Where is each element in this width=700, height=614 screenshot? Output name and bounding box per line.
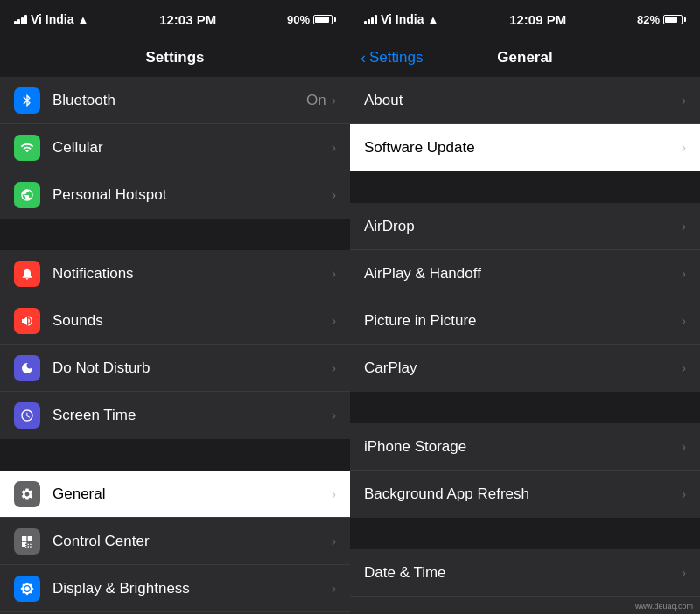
right-battery-icon (663, 15, 686, 24)
iphone-storage-chevron: › (682, 439, 686, 455)
nav-back-button[interactable]: ‹ Settings (360, 49, 423, 67)
group-connectivity: Bluetooth On › Cellular › (0, 77, 350, 219)
right-spacer-2 (350, 392, 700, 423)
general-nav-title: General (497, 49, 552, 66)
dnd-label: Do Not Disturb (52, 359, 332, 377)
group-spacer-1 (0, 219, 350, 250)
right-spacer-3 (350, 518, 700, 549)
left-panel: Vi India ▲ 12:03 PM 90% Settings (0, 0, 350, 614)
left-status-bar: Vi India ▲ 12:03 PM 90% (0, 0, 350, 38)
settings-title-bar: Settings (0, 38, 350, 77)
right-item-bg-refresh[interactable]: Background App Refresh › (350, 471, 700, 518)
right-item-airdrop[interactable]: AirDrop › (350, 203, 700, 250)
bluetooth-chevron: › (332, 93, 336, 108)
display-chevron: › (332, 581, 336, 597)
right-item-carplay[interactable]: CarPlay › (350, 345, 700, 392)
right-battery-area: 82% (637, 13, 686, 26)
right-item-datetime[interactable]: Date & Time › (350, 549, 700, 597)
left-battery-pct: 90% (287, 13, 310, 26)
cellular-chevron: › (332, 140, 336, 156)
left-settings-list: Bluetooth On › Cellular › (0, 77, 350, 614)
notifications-label: Notifications (52, 265, 332, 283)
group-notifications: Notifications › Sounds › Do Not Di (0, 250, 350, 439)
settings-item-screen-time[interactable]: Screen Time › (0, 392, 350, 439)
control-center-chevron: › (332, 534, 336, 549)
sounds-chevron: › (332, 313, 336, 329)
software-update-label: Software Update (364, 139, 682, 157)
right-item-airplay[interactable]: AirPlay & Handoff › (350, 250, 700, 297)
right-status-bar: Vi India ▲ 12:09 PM 82% (350, 0, 700, 38)
right-carrier-signal: Vi India ▲ (364, 12, 438, 26)
control-center-label: Control Center (52, 533, 332, 550)
right-item-pip[interactable]: Picture in Picture › (350, 297, 700, 345)
dnd-chevron: › (332, 360, 336, 376)
about-label: About (364, 92, 682, 109)
cellular-icon (14, 135, 40, 161)
carplay-chevron: › (682, 360, 686, 376)
display-icon (14, 576, 40, 602)
hotspot-chevron: › (332, 187, 336, 203)
bluetooth-label: Bluetooth (52, 92, 306, 109)
airdrop-label: AirDrop (364, 218, 682, 235)
right-wifi-icon: ▲ (428, 13, 439, 26)
left-time: 12:03 PM (159, 12, 216, 27)
pip-chevron: › (682, 313, 686, 329)
settings-item-bluetooth[interactable]: Bluetooth On › (0, 77, 350, 124)
notifications-chevron: › (332, 266, 336, 282)
right-item-iphone-storage[interactable]: iPhone Storage › (350, 423, 700, 471)
right-nav-bar: ‹ Settings General (350, 38, 700, 77)
right-battery-pct: 82% (637, 13, 660, 26)
screen-time-label: Screen Time (52, 407, 332, 424)
right-group-4: Date & Time › Keyboard › (350, 549, 700, 614)
right-item-about[interactable]: About › (350, 77, 700, 124)
bg-refresh-label: Background App Refresh (364, 485, 682, 503)
software-update-chevron: › (682, 140, 686, 156)
settings-item-control-center[interactable]: Control Center › (0, 518, 350, 565)
right-group-2: AirDrop › AirPlay & Handoff › Picture in… (350, 203, 700, 392)
settings-item-general[interactable]: General › (0, 471, 350, 518)
right-item-software-update[interactable]: Software Update › (350, 124, 700, 171)
settings-item-hotspot[interactable]: Personal Hotspot › (0, 171, 350, 219)
screen-time-chevron: › (332, 408, 336, 423)
settings-item-dnd[interactable]: Do Not Disturb › (0, 345, 350, 392)
dnd-icon (14, 355, 40, 381)
wifi-icon: ▲ (78, 13, 89, 26)
signal-icon (14, 14, 27, 24)
bg-refresh-chevron: › (682, 486, 686, 502)
bluetooth-icon (14, 87, 40, 114)
display-label: Display & Brightness (52, 580, 332, 597)
right-group-1: About › Software Update › (350, 77, 700, 171)
right-panel: Vi India ▲ 12:09 PM 82% ‹ Settings Gener… (350, 0, 700, 614)
cellular-label: Cellular (52, 139, 332, 157)
datetime-label: Date & Time (364, 564, 682, 582)
right-carrier: Vi India (381, 12, 424, 26)
carplay-label: CarPlay (364, 359, 682, 377)
right-settings-list: About › Software Update › AirDrop › AirP… (350, 77, 700, 614)
settings-item-notifications[interactable]: Notifications › (0, 250, 350, 297)
about-chevron: › (682, 93, 686, 108)
general-icon (14, 481, 40, 507)
airplay-label: AirPlay & Handoff (364, 265, 682, 283)
right-item-keyboard[interactable]: Keyboard › (350, 597, 700, 614)
general-chevron: › (332, 486, 336, 502)
back-chevron-icon: ‹ (360, 49, 366, 67)
group-spacer-2 (0, 439, 350, 471)
right-signal-icon (364, 14, 377, 24)
airdrop-chevron: › (682, 219, 686, 234)
bluetooth-value: On (306, 92, 326, 109)
right-time: 12:09 PM (509, 12, 566, 27)
hotspot-icon (14, 182, 40, 208)
sounds-label: Sounds (52, 312, 332, 330)
datetime-chevron: › (682, 565, 686, 581)
general-label: General (52, 485, 332, 503)
hotspot-label: Personal Hotspot (52, 186, 332, 204)
left-carrier: Vi India (31, 12, 74, 26)
iphone-storage-label: iPhone Storage (364, 438, 682, 456)
settings-item-cellular[interactable]: Cellular › (0, 124, 350, 171)
notifications-icon (14, 261, 40, 287)
control-center-icon (14, 528, 40, 555)
pip-label: Picture in Picture (364, 312, 682, 330)
right-spacer-1 (350, 171, 700, 203)
settings-item-display[interactable]: Display & Brightness › (0, 565, 350, 612)
settings-item-sounds[interactable]: Sounds › (0, 297, 350, 345)
